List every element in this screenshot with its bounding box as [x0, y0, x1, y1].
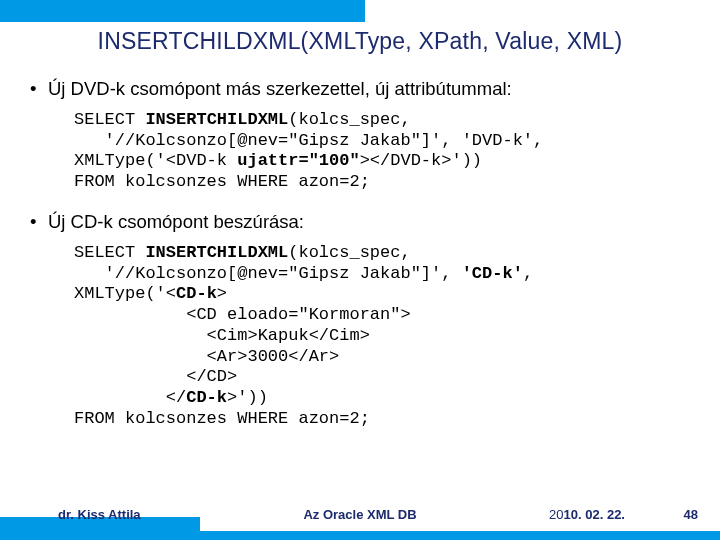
code-text: (kolcs_spec,: [288, 243, 410, 262]
code-text: XMLType('<: [74, 284, 176, 303]
code-text: SELECT: [74, 110, 145, 129]
topbar-accent: [0, 0, 365, 22]
bullet-2: •Új CD-k csomópont beszúrása:: [30, 211, 690, 233]
code-text: '//Kolcsonzo[@nev="Gipsz Jakab"]', 'DVD-…: [74, 131, 543, 150]
code-bold: 'CD-k': [462, 264, 523, 283]
code-bold: ujattr="100": [237, 151, 359, 170]
code-block-1: SELECT INSERTCHILDXML(kolcs_spec, '//Kol…: [74, 110, 690, 193]
code-text: SELECT: [74, 243, 145, 262]
code-text: FROM kolcsonzes WHERE azon=2;: [74, 409, 370, 428]
code-text: >: [217, 284, 227, 303]
slide-title: INSERTCHILDXML(XMLType, XPath, Value, XM…: [0, 28, 720, 55]
code-block-2: SELECT INSERTCHILDXML(kolcs_spec, '//Kol…: [74, 243, 690, 430]
code-text: FROM kolcsonzes WHERE azon=2;: [74, 172, 370, 191]
code-bold: INSERTCHILDXML: [145, 243, 288, 262]
bullet-1-text: Új DVD-k csomópont más szerkezettel, új …: [48, 78, 512, 99]
code-text: ></DVD-k>')): [360, 151, 482, 170]
code-text: ,: [523, 264, 533, 283]
footer-pagenum: 48: [684, 507, 698, 522]
footer-bar-right: [200, 531, 720, 540]
code-text: (kolcs_spec,: [288, 110, 410, 129]
footer-date-prefix: 20: [549, 507, 563, 522]
code-text: </: [74, 388, 186, 407]
slide: INSERTCHILDXML(XMLType, XPath, Value, XM…: [0, 0, 720, 540]
code-bold: CD-k: [176, 284, 217, 303]
bullet-2-text: Új CD-k csomópont beszúrása:: [48, 211, 304, 232]
footer-date: 2010. 02. 22.: [549, 507, 625, 522]
footer: dr. Kiss Attila Az Oracle XML DB 2010. 0…: [0, 515, 720, 540]
code-text: XMLType('<DVD-k: [74, 151, 237, 170]
code-text: <CD eloado="Kormoran">: [74, 305, 411, 324]
code-bold: INSERTCHILDXML: [145, 110, 288, 129]
code-text: <Cim>Kapuk</Cim>: [74, 326, 370, 345]
code-text: '//Kolcsonzo[@nev="Gipsz Jakab"]',: [74, 264, 462, 283]
bullet-1: •Új DVD-k csomópont más szerkezettel, új…: [30, 78, 690, 100]
footer-date-suffix: 10. 02. 22.: [564, 507, 625, 522]
code-bold: CD-k: [186, 388, 227, 407]
slide-body: •Új DVD-k csomópont más szerkezettel, új…: [30, 68, 690, 448]
code-text: </CD>: [74, 367, 237, 386]
code-text: <Ar>3000</Ar>: [74, 347, 339, 366]
code-text: >')): [227, 388, 268, 407]
